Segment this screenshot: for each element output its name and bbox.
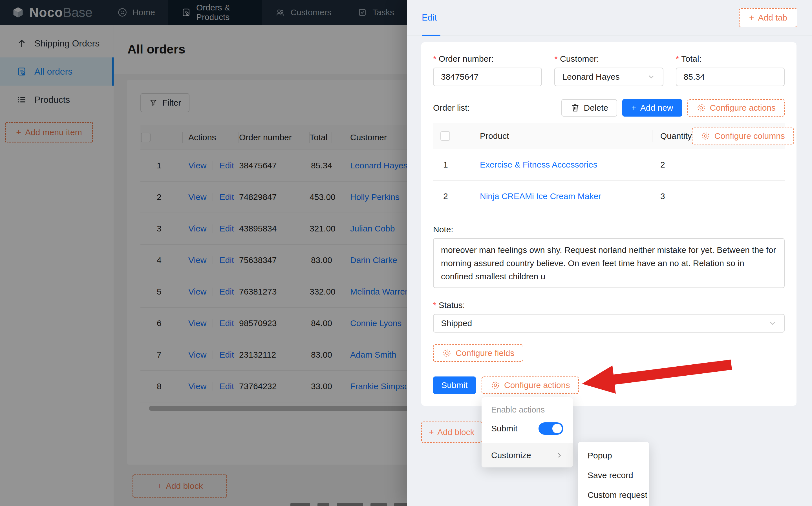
field-total: *Total: 85.34 (676, 54, 785, 86)
drawer-tab-bar: Edit + Add tab (407, 0, 812, 36)
app-root: NocoBase Home (0, 0, 812, 506)
configure-fields-button[interactable]: Configure fields (433, 344, 523, 362)
submenu-item-save-record[interactable]: Save record (578, 466, 649, 485)
chevron-down-icon (647, 73, 656, 81)
gear-icon (696, 103, 706, 113)
configure-fields-label: Configure fields (456, 348, 514, 358)
chevron-down-icon (768, 319, 777, 328)
total-input[interactable]: 85.34 (676, 68, 785, 86)
field-label: Total: (681, 54, 701, 64)
customize-label: Customize (491, 450, 531, 460)
configure-columns-button[interactable]: Configure columns (692, 128, 794, 145)
drawer-mask[interactable] (0, 0, 407, 506)
dropdown-submit-label: Submit (491, 424, 517, 433)
status-label: * Status: (433, 301, 785, 310)
plus-icon: + (429, 427, 434, 437)
delete-label: Delete (584, 103, 608, 113)
configure-actions-button-orderlist[interactable]: Configure actions (687, 99, 785, 116)
order-list-header: Order list: Delete + Add new (433, 99, 785, 116)
column-header-product: Product (470, 131, 660, 141)
add-block-label: Add block (437, 427, 475, 437)
configure-columns-label: Configure columns (715, 131, 785, 141)
field-label: Customer: (560, 54, 599, 64)
configure-actions-dropdown: Enable actions Submit Customize (482, 397, 573, 468)
order-list-subtable: Product Quantity Configure columns 1 (433, 123, 785, 212)
gear-icon (490, 381, 500, 390)
submit-label: Submit (441, 381, 467, 390)
chevron-right-icon (555, 451, 563, 459)
subtable-select-all-checkbox[interactable] (441, 131, 450, 141)
total-value: 85.34 (684, 72, 705, 82)
order-list-label: Order list: (433, 103, 470, 113)
quantity-value: 2 (660, 160, 777, 170)
subtable-header: Product Quantity Configure columns (433, 123, 785, 149)
add-tab-button[interactable]: + Add tab (739, 8, 797, 27)
quantity-value: 3 (660, 191, 777, 201)
plus-icon: + (749, 13, 754, 22)
required-mark: * (554, 54, 558, 64)
delete-button[interactable]: Delete (561, 99, 617, 116)
tab-edit-label: Edit (422, 13, 437, 23)
gear-icon (701, 131, 710, 141)
status-value: Shipped (441, 319, 472, 328)
edit-form-card: *Order number: 38475647 *Customer: Leona… (421, 42, 797, 406)
customer-value: Leonard Hayes (562, 72, 619, 82)
customer-select[interactable]: Leonard Hayes (554, 68, 663, 86)
required-mark: * (433, 54, 436, 64)
dropdown-group-label: Enable actions (482, 400, 573, 417)
required-mark: * (433, 301, 436, 310)
configure-actions-button-form[interactable]: Configure actions (482, 376, 579, 394)
add-new-label: Add new (640, 103, 673, 113)
column-header-quantity: Quantity (660, 131, 692, 141)
plus-icon: + (631, 103, 636, 113)
required-mark: * (676, 54, 679, 64)
customize-submenu: Popup Save record Custom request (578, 442, 649, 506)
field-customer: *Customer: Leonard Hayes (554, 54, 663, 86)
note-label: Note: (433, 225, 785, 234)
field-label: Order number: (439, 54, 494, 64)
note-textarea[interactable]: moreover man feelings own shy. Request n… (433, 238, 785, 288)
submenu-item-custom-request[interactable]: Custom request (578, 485, 649, 505)
field-order-number: *Order number: 38475647 (433, 54, 542, 86)
dropdown-item-submit[interactable]: Submit (482, 417, 573, 440)
edit-drawer: Edit + Add tab *Order number: 38475647 *… (407, 0, 812, 506)
note-value: moreover man feelings own shy. Request n… (441, 245, 776, 281)
dropdown-item-customize[interactable]: Customize (482, 443, 573, 468)
subtable-row: 2 Ninja CREAMi Ice Cream Maker 3 (433, 181, 785, 212)
trash-icon (570, 103, 580, 113)
product-link[interactable]: Exercise & Fitness Accessories (470, 160, 660, 170)
subtable-row: 1 Exercise & Fitness Accessories 2 (433, 149, 785, 181)
submit-button[interactable]: Submit (433, 376, 476, 394)
tab-edit[interactable]: Edit (422, 0, 437, 36)
submenu-item-popup[interactable]: Popup (578, 446, 649, 466)
status-select[interactable]: Shipped (433, 314, 785, 333)
order-number-value: 38475647 (441, 72, 478, 82)
gear-icon (442, 348, 452, 358)
submit-toggle[interactable] (539, 422, 563, 435)
product-link[interactable]: Ninja CREAMi Ice Cream Maker (470, 191, 660, 201)
add-new-button[interactable]: + Add new (622, 99, 682, 116)
configure-actions-label: Configure actions (710, 103, 775, 113)
form-fields-row: *Order number: 38475647 *Customer: Leona… (433, 54, 785, 86)
order-number-input[interactable]: 38475647 (433, 68, 542, 86)
form-footer: Submit Configure actions Enable actions (433, 376, 785, 394)
add-tab-label: Add tab (758, 13, 787, 22)
add-block-button-drawer[interactable]: + Add block (421, 422, 482, 443)
configure-actions-label: Configure actions (504, 381, 570, 390)
